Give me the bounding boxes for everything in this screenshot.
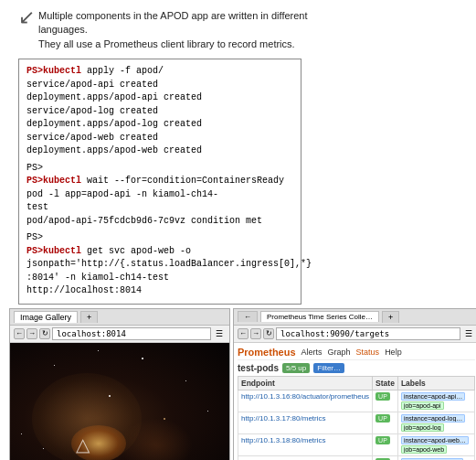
term-output-3: service/apod-log created (26, 105, 293, 119)
browser-tab-right-new[interactable]: + (382, 311, 399, 323)
col-endpoint: Endpoint (238, 376, 373, 390)
prom-nav-alerts[interactable]: Alerts (301, 348, 323, 357)
endpoint-link-1[interactable]: http://10.1.3.16:80/actuator/prometheus (241, 392, 369, 401)
nebula-image: △ (10, 343, 229, 460)
labels-2: instance=apod-log… job=apod-log (401, 414, 471, 432)
back-button-left[interactable]: ← (14, 328, 25, 339)
table-row: http://10.1.3.14:9080/metrics UP instanc… (238, 455, 475, 460)
term-output-6: deployment.apps/apod-web created (26, 144, 293, 158)
forward-button-left[interactable]: → (26, 328, 37, 339)
reload-button-right[interactable]: ↻ (263, 328, 274, 339)
prom-nav-help[interactable]: Help (385, 348, 402, 357)
prom-nav: Prometheus Alerts Graph Status Help (238, 347, 475, 360)
endpoint-link-3[interactable]: http://10.1.3.18:80/metrics (241, 436, 326, 444)
browser-tab-right-inactive[interactable]: ← (238, 311, 258, 322)
term-output-4: deployment.apps/apod-log created (26, 118, 293, 132)
col-state: State (373, 376, 398, 390)
term-prompt-1: PS> (26, 163, 43, 173)
prom-badge-filter[interactable]: Filter… (313, 363, 344, 373)
state-badge-3: UP (376, 436, 390, 444)
term-output-5: service/apod-web created (26, 132, 293, 145)
prom-header-row: test-pods 5/5 up Filter… (238, 363, 475, 373)
term-output-7: pod/apod-api-75fcdcb9d6-7c9vz condition … (26, 215, 293, 229)
term-output-1: service/apod-api created (26, 79, 293, 92)
menu-button-left[interactable]: ☰ (213, 328, 226, 339)
back-button-right[interactable]: ← (238, 328, 249, 339)
menu-button-right[interactable]: ☰ (462, 328, 475, 339)
labels-3: instance=apod-web… job=apod-web (401, 436, 471, 454)
browser-tab-left-new[interactable]: + (80, 311, 98, 323)
targets-table: Endpoint State Labels http://10.1.3.16:8… (238, 376, 475, 460)
prom-title: test-pods (238, 363, 279, 373)
browsers-row: Image Gallery + ← → ↻ ☰ (9, 308, 467, 460)
browser-left: Image Gallery + ← → ↻ ☰ (9, 308, 230, 460)
terminal-block: PS>kubectl apply -f apod/ service/apod-a… (18, 59, 301, 305)
browser-tab-right[interactable]: Prometheus Time Series Colle… (260, 311, 379, 322)
forward-button-right[interactable]: → (250, 328, 261, 339)
term-cmd-1: PS>kubectl (26, 66, 81, 76)
callout-arrow-icon: ↙ (18, 7, 35, 27)
state-badge-1: UP (376, 392, 390, 401)
address-bar-right[interactable] (276, 327, 460, 340)
browser-right: ← Prometheus Time Series Colle… + ← → ↻ … (233, 308, 476, 460)
term-output-2: deployment.apps/apod-api created (26, 91, 293, 105)
prometheus-content: Prometheus Alerts Graph Status Help test… (234, 343, 476, 460)
prom-badge-count: 5/5 up (282, 363, 310, 373)
address-bar-left[interactable] (52, 327, 211, 340)
table-row: http://10.1.3.18:80/metrics UP instance=… (238, 433, 475, 455)
endpoint-link-2[interactable]: http://10.1.3.17:80/metrics (241, 414, 326, 423)
term-cmd-2: PS>kubectl (26, 176, 81, 186)
labels-1: instance=apod-api… job=apod-api (401, 392, 471, 410)
browser-content-left: △ (10, 343, 229, 460)
browser-controls-left: ← → ↻ ☰ (10, 326, 229, 343)
table-row: http://10.1.3.17:80/metrics UP instance=… (238, 412, 475, 433)
browser-titlebar-right: ← Prometheus Time Series Colle… + (234, 309, 476, 326)
state-badge-2: UP (376, 414, 390, 423)
nebula-stars (10, 343, 229, 460)
page-container: ↙ Multiple components in the APOD app ar… (0, 0, 476, 460)
top-callout: ↙ Multiple components in the APOD app ar… (9, 9, 467, 51)
reload-button-left[interactable]: ↻ (39, 328, 50, 339)
prometheus-logo: Prometheus (238, 347, 296, 358)
term-cmd-3: PS>kubectl (26, 246, 81, 256)
prom-nav-status[interactable]: Status (356, 348, 380, 357)
browser-titlebar-left: Image Gallery + (10, 309, 229, 326)
prom-nav-graph[interactable]: Graph (328, 348, 351, 357)
col-labels: Labels (397, 376, 474, 390)
term-output-8: http://localhost:8014 (26, 284, 293, 298)
term-prompt-2: PS> (26, 232, 43, 242)
callout-text: Multiple components in the APOD app are … (38, 9, 349, 51)
browser-tab-left[interactable]: Image Gallery (14, 311, 78, 323)
nebula-arrow: △ (76, 433, 90, 455)
table-row: http://10.1.3.16:80/actuator/prometheus … (238, 390, 475, 412)
browser-controls-right: ← → ↻ ☰ (234, 326, 476, 343)
